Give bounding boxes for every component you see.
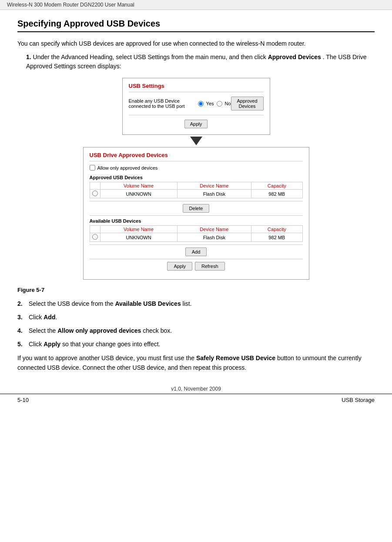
footer-left: 5-10 [17, 397, 29, 403]
step-1: 1. Under the Advanced Heading, select US… [26, 53, 375, 71]
available-row-radio [90, 233, 100, 242]
approved-radio-1[interactable] [92, 191, 98, 196]
step-2-text: Select the USB device from the Available… [29, 299, 192, 308]
bottom-para-before: If you want to approve another USB devic… [17, 355, 196, 361]
intro-text: You can specify which USB devices are ap… [17, 39, 375, 48]
allow-only-approved-row: Allow only approved devices [90, 165, 303, 171]
step-4-bold: Allow only approved devices [57, 327, 141, 334]
available-devices-table: Volume Name Device Name Capacity UNKNOWN [90, 225, 303, 242]
usb-settings-apply-button[interactable]: Apply [184, 120, 208, 128]
available-table-capacity-header: Capacity [251, 226, 302, 233]
radio-group: Yes No [198, 101, 231, 107]
step-5-bold: Apply [44, 341, 60, 348]
approved-devices-table: Volume Name Device Name Capacity UNKNOWN [90, 182, 303, 198]
add-btn-row: Add [90, 248, 303, 256]
available-row-capacity: 982 MB [251, 233, 302, 242]
approved-row-device: Flash Disk [177, 190, 251, 198]
step-2-bold: Available USB Devices [115, 300, 181, 307]
bottom-para-bold: Safely Remove USB Device [196, 355, 275, 361]
figure-caption: Figure 5-7 [17, 287, 375, 293]
approved-table-radio-header [90, 182, 100, 190]
available-table-device-header: Device Name [177, 226, 251, 233]
step-1-bold: Approved Devices [268, 54, 321, 60]
step-1-text-before: Under the Advanced Heading, select USB S… [33, 54, 268, 60]
radio-no[interactable] [217, 101, 222, 107]
approved-table-volume-header: Volume Name [100, 182, 177, 190]
step-2: 2. Select the USB device from the Availa… [17, 299, 375, 308]
bottom-bar: 5-10 USB Storage [0, 394, 392, 406]
usb-enable-label: Enable any USB Device connected to the U… [129, 98, 198, 109]
allow-only-approved-checkbox[interactable] [90, 165, 95, 171]
approved-row-radio [90, 190, 100, 198]
approved-row-volume: UNKNOWN [100, 190, 177, 198]
top-bar: Wireless-N 300 Modem Router DGN2200 User… [0, 0, 392, 10]
usb-settings-row: Enable any USB Device connected to the U… [129, 97, 264, 110]
table-divider-3 [90, 244, 303, 245]
footer-right: USB Storage [342, 397, 375, 403]
approved-devices-divider [90, 161, 303, 161]
step-4: 4. Select the Allow only approved device… [17, 326, 375, 335]
footer-version: v1.0, November 2009 [0, 381, 392, 394]
available-row-volume: UNKNOWN [100, 233, 177, 242]
delete-btn-row: Delete [90, 204, 303, 213]
usb-drive-approved-devices-box: USB Drive Approved Devices Allow only ap… [83, 147, 309, 280]
usb-settings-divider [129, 92, 264, 92]
step-3-text: Click Add. [29, 313, 57, 322]
step-5: 5. Click Apply so that your change goes … [17, 340, 375, 349]
no-label: No [225, 101, 231, 106]
radio-yes[interactable] [198, 101, 204, 107]
step-3-number: 3. [17, 313, 25, 322]
approved-usb-devices-label: Approved USB Devices [90, 175, 303, 180]
refresh-button[interactable]: Refresh [195, 262, 225, 271]
screenshot-container: USB Settings Enable any USB Device conne… [17, 78, 375, 280]
approved-table-capacity-header: Capacity [251, 182, 302, 190]
available-table-radio-header [90, 226, 100, 233]
allow-only-approved-label: Allow only approved devices [97, 165, 158, 171]
apply-refresh-btn-row: Apply Refresh [90, 262, 303, 271]
step-2-number: 2. [17, 299, 25, 308]
arrow-down-icon [190, 137, 202, 145]
table-divider-1 [90, 201, 303, 201]
usb-settings-divider2 [129, 115, 264, 115]
usb-settings-box: USB Settings Enable any USB Device conne… [122, 78, 270, 135]
step-3: 3. Click Add. [17, 313, 375, 322]
available-usb-devices-label: Available USB Devices [90, 218, 303, 224]
available-radio-1[interactable] [92, 234, 98, 240]
manual-title: Wireless-N 300 Modem Router DGN2200 User… [7, 2, 134, 8]
approved-devices-button[interactable]: Approved Devices [231, 97, 264, 110]
step-1-number: 1. [26, 54, 31, 60]
usb-settings-title: USB Settings [129, 83, 264, 89]
yes-label: Yes [206, 101, 214, 106]
step-5-text: Click Apply so that your change goes int… [29, 340, 160, 349]
bottom-paragraph: If you want to approve another USB devic… [17, 353, 375, 373]
step-4-number: 4. [17, 326, 25, 335]
delete-button[interactable]: Delete [183, 204, 210, 213]
add-button[interactable]: Add [185, 248, 207, 256]
table-divider-2 [90, 215, 303, 216]
page-title: Specifying Approved USB Devices [17, 19, 375, 32]
table-divider-4 [90, 259, 303, 259]
available-row-device: Flash Disk [177, 233, 251, 242]
available-table-row: UNKNOWN Flash Disk 982 MB [90, 233, 302, 242]
approved-table-row: UNKNOWN Flash Disk 982 MB [90, 190, 302, 198]
approved-devices-title: USB Drive Approved Devices [90, 152, 303, 158]
step-4-text: Select the Allow only approved devices c… [29, 326, 172, 335]
approved-table-device-header: Device Name [177, 182, 251, 190]
step-5-number: 5. [17, 340, 25, 349]
apply-button[interactable]: Apply [167, 262, 192, 271]
available-table-volume-header: Volume Name [100, 226, 177, 233]
approved-row-capacity: 982 MB [251, 190, 302, 198]
step-3-bold: Add [44, 314, 55, 321]
